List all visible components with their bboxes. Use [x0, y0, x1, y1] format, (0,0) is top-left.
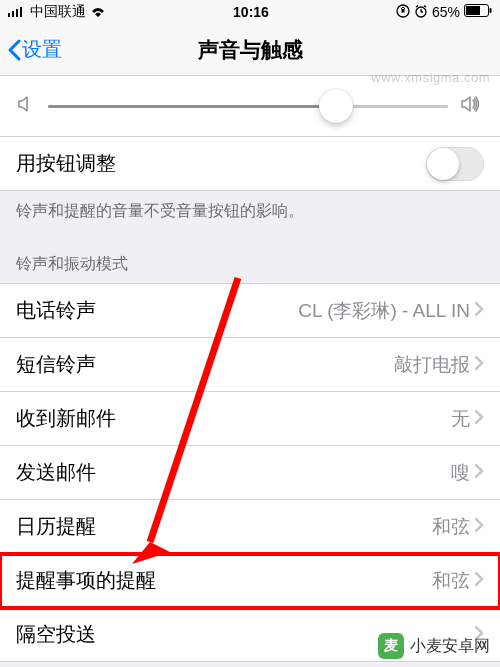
row-value-wrap: 嗖: [451, 460, 484, 486]
status-time: 10:16: [233, 4, 269, 20]
volume-low-icon: [16, 94, 36, 118]
chevron-right-icon: [474, 300, 484, 322]
settings-row[interactable]: 日历提醒和弦: [0, 500, 500, 554]
svg-rect-12: [466, 6, 480, 15]
volume-high-icon: [460, 94, 484, 118]
nav-bar: 设置 声音与触感: [0, 24, 500, 76]
chevron-right-icon: [474, 462, 484, 484]
battery-icon: [464, 4, 492, 20]
slider-fill: [48, 105, 336, 108]
row-label: 隔空投送: [16, 621, 96, 648]
wifi-icon: [90, 4, 106, 20]
orientation-lock-icon: [396, 4, 410, 21]
chevron-right-icon: [474, 408, 484, 430]
chevron-right-icon: [474, 570, 484, 592]
row-label: 电话铃声: [16, 297, 96, 324]
carrier-label: 中国联通: [30, 3, 86, 21]
footer-note: 铃声和提醒的音量不受音量按钮的影响。: [0, 191, 500, 238]
settings-row[interactable]: 电话铃声CL (李彩琳) - ALL IN: [0, 284, 500, 338]
svg-rect-13: [490, 8, 492, 13]
row-value: 嗖: [451, 460, 470, 486]
watermark: 麦 小麦安卓网: [378, 633, 490, 659]
section-header: 铃声和振动模式: [0, 238, 500, 284]
status-left: 中国联通: [8, 3, 106, 21]
svg-line-10: [424, 5, 426, 7]
svg-line-9: [416, 5, 418, 7]
volume-slider[interactable]: [48, 105, 448, 108]
row-value-wrap: 和弦: [432, 568, 484, 594]
toggle-row-button-adjust[interactable]: 用按钮调整: [0, 137, 500, 191]
toggle-knob: [427, 148, 459, 180]
status-bar: 中国联通 10:16 65%: [0, 0, 500, 24]
watermark-text: 小麦安卓网: [410, 636, 490, 657]
toggle-label: 用按钮调整: [16, 150, 116, 177]
row-value: 敲打电报: [394, 352, 470, 378]
back-button[interactable]: 设置: [0, 36, 62, 63]
watermark-badge: 麦: [378, 633, 404, 659]
svg-rect-3: [20, 7, 22, 17]
row-value: 和弦: [432, 568, 470, 594]
battery-percent: 65%: [432, 4, 460, 20]
row-label: 提醒事项的提醒: [16, 567, 156, 594]
settings-row[interactable]: 发送邮件嗖: [0, 446, 500, 500]
alarm-icon: [414, 4, 428, 21]
toggle-switch[interactable]: [426, 147, 484, 181]
row-value-wrap: 敲打电报: [394, 352, 484, 378]
row-value-wrap: CL (李彩琳) - ALL IN: [298, 298, 484, 324]
row-label: 发送邮件: [16, 459, 96, 486]
settings-row[interactable]: 收到新邮件无: [0, 392, 500, 446]
settings-row[interactable]: 短信铃声敲打电报: [0, 338, 500, 392]
row-value-wrap: 和弦: [432, 514, 484, 540]
volume-slider-row: [0, 76, 500, 137]
svg-rect-2: [16, 9, 18, 17]
watermark-url: www.xmsigma.com: [371, 70, 490, 85]
page-title: 声音与触感: [0, 36, 500, 64]
svg-rect-1: [12, 11, 14, 17]
row-value: CL (李彩琳) - ALL IN: [298, 298, 470, 324]
status-right: 65%: [396, 4, 492, 21]
row-label: 日历提醒: [16, 513, 96, 540]
slider-knob[interactable]: [319, 89, 353, 123]
row-value: 无: [451, 406, 470, 432]
settings-row[interactable]: 提醒事项的提醒和弦: [0, 554, 500, 608]
back-label: 设置: [22, 36, 62, 63]
chevron-left-icon: [6, 38, 22, 62]
svg-rect-0: [8, 13, 10, 17]
chevron-right-icon: [474, 354, 484, 376]
row-value: 和弦: [432, 514, 470, 540]
row-value-wrap: 无: [451, 406, 484, 432]
row-label: 短信铃声: [16, 351, 96, 378]
signal-icon: [8, 4, 26, 20]
svg-rect-5: [401, 9, 404, 13]
chevron-right-icon: [474, 516, 484, 538]
row-label: 收到新邮件: [16, 405, 116, 432]
